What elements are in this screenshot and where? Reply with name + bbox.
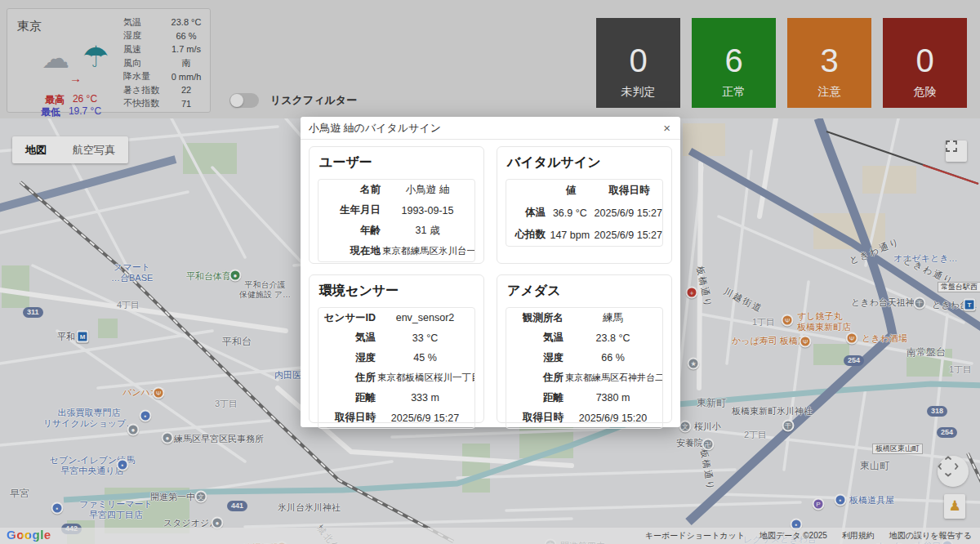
tobu-station-icon[interactable]: T [964, 299, 976, 311]
map-label-poi: 桜川小 [694, 421, 721, 432]
map-type-map-button[interactable]: 地図 [12, 143, 60, 158]
school-marker[interactable]: 文 [679, 421, 692, 433]
status-card-danger[interactable]: 0 危険 [883, 18, 967, 108]
weather-city: 東京 [17, 19, 42, 34]
umbrella-icon: ☂ [82, 40, 109, 74]
map-label-box: 常盤台駅西 [938, 282, 980, 292]
risk-filter-toggle[interactable] [229, 93, 259, 108]
terms-link[interactable]: 利用規約 [842, 530, 875, 542]
close-icon[interactable]: × [662, 121, 672, 135]
map-label-area: 南常盤台 [906, 346, 946, 358]
pegman-streetview[interactable]: ♟ [944, 494, 965, 519]
dialog-header: 小鳥遊 紬のバイタルサイン × [301, 117, 680, 140]
fullscreen-button[interactable] [946, 140, 967, 162]
route-shield: 254 [844, 355, 864, 366]
weather-row: 風向南 [123, 56, 207, 70]
park-marker[interactable]: ● [229, 270, 242, 282]
map-label-area: 東新町 [697, 397, 726, 408]
hospital-marker[interactable]: ＋ [686, 287, 698, 299]
office-marker[interactable]: ● [162, 432, 174, 444]
map-label-poi: 氷川台氷川神社 [278, 502, 341, 513]
temple-marker[interactable]: 卍 [702, 439, 715, 451]
table-header-row: 値 取得日時 [506, 180, 662, 202]
restaurant-marker[interactable]: Ψ [782, 314, 794, 327]
map-label-area: 早宮 [10, 488, 29, 499]
cloud-icon: ☁ [42, 42, 69, 74]
parking-marker[interactable]: P [813, 498, 825, 511]
report-error-link[interactable]: 地図の誤りを報告する [889, 530, 972, 542]
table-row: 年齢31 歳 [318, 221, 474, 241]
table-row: 気温33 °C [318, 328, 474, 349]
keyboard-shortcuts-link[interactable]: キーボードショートカット [645, 530, 745, 542]
table-row: 住所東京都板橋区桜川一丁目 [318, 368, 474, 389]
poi-marker[interactable]: ★ [688, 358, 700, 370]
status-card-caution[interactable]: 3 注意 [787, 18, 871, 108]
shop-marker[interactable]: ▪ [140, 410, 152, 422]
map-data-label: 地図データ ©2025 [760, 530, 827, 542]
map-label-poi: 練馬区早宮区民事務所 [174, 434, 264, 444]
map-label-poi: セブン-イレブン練馬 早宮中央通り店 [39, 455, 145, 476]
map-label-poi: 平和台介護 保健施設 ア… [239, 280, 291, 300]
route-shield: 311 [23, 307, 43, 318]
status-card-unjudged[interactable]: 0 未判定 [596, 18, 680, 108]
shop-marker[interactable]: ▪ [835, 494, 847, 506]
status-card-normal[interactable]: 6 正常 [692, 18, 776, 108]
status-label: 正常 [723, 85, 746, 100]
status-count: 0 [629, 44, 647, 77]
map-label-poi: 板橋東新町氷川神社 [732, 406, 813, 417]
restaurant-marker[interactable]: Ψ [846, 332, 858, 345]
map-label-poi: 開進第一中 [150, 492, 195, 502]
table-row: 湿度66 % [506, 348, 662, 368]
shop-marker[interactable]: ▪ [117, 459, 129, 471]
map-label-poi: すし銚子丸 板橋東新町店 [797, 311, 851, 332]
status-cards: 0 未判定 6 正常 3 注意 0 危険 [596, 18, 967, 108]
map-label-poi: 板橋道具屋 [849, 495, 894, 506]
low-temp-value: 19.7 °C [69, 105, 101, 119]
vital-sign-card: バイタルサイン 値 取得日時 体温 36.9 °C 2025/6/9 15:27… [497, 146, 672, 264]
shop-marker[interactable]: ▪ [51, 502, 64, 515]
table-row: センサーIDenv_sensor2 [318, 308, 474, 328]
map-type-satellite-button[interactable]: 航空写真 [60, 143, 128, 158]
table-row: 取得日時2025/6/9 15:27 [318, 408, 474, 429]
weather-panel: 東京 ☁ → ☂ 最高26 °C 最低19.7 °C 気温23.8 °C 湿度6… [7, 8, 211, 113]
restaurant-marker[interactable]: Ψ [800, 336, 812, 348]
table-row: 取得日時2025/6/9 15:20 [506, 408, 662, 429]
map-label-poi: 安養院 [676, 438, 703, 448]
weather-row: 風速1.7 m/s [123, 42, 207, 56]
table-row: 現在地東京都練馬区氷川台一丁目 [318, 241, 474, 261]
map-label-block: 4丁目 [117, 300, 140, 310]
status-label: 未判定 [621, 85, 656, 100]
then-arrow-icon: → [69, 71, 82, 85]
metro-station-icon[interactable]: M [77, 331, 89, 343]
table-row: 湿度45 % [318, 348, 474, 368]
table-row: 距離333 m [318, 388, 474, 408]
map-type-control: 地図 航空写真 [12, 136, 128, 163]
map-label-area: 平和台 [222, 336, 252, 347]
restaurant-marker[interactable]: Ψ [153, 387, 165, 399]
shrine-marker[interactable]: 干 [782, 420, 795, 432]
map-label-poi: ときわ酒場 [862, 333, 907, 344]
map-label-poi: スマート …台BASE [111, 262, 153, 283]
pan-control[interactable] [938, 456, 969, 487]
toggle-knob [230, 94, 243, 107]
status-count: 3 [820, 44, 838, 77]
map-label-block: 2丁目 [744, 430, 767, 440]
map-label-poi: 出張買取専門店 リサイクルショップ… [39, 408, 139, 429]
school-marker[interactable]: 文 [195, 491, 207, 503]
table-row: 名前小鳥遊 紬 [318, 180, 474, 200]
table-row: 住所東京都練馬区石神井台二丁目 [506, 368, 662, 389]
vital-card-heading: バイタルサイン [507, 154, 663, 172]
map-label-area: 東山町 [860, 460, 889, 471]
table-row: 心拍数 147 bpm 2025/6/9 15:27 [506, 224, 662, 246]
table-row: 生年月日1993-09-15 [318, 200, 474, 221]
top-bar: 東京 ☁ → ☂ 最高26 °C 最低19.7 °C 気温23.8 °C 湿度6… [0, 0, 980, 118]
user-card: ユーザー 名前小鳥遊 紬 生年月日1993-09-15 年齢31 歳 現在地東京… [309, 146, 484, 264]
table-row: 観測所名練馬 [506, 308, 662, 328]
table-row: 体温 36.9 °C 2025/6/9 15:27 [506, 202, 662, 224]
google-logo: Google [7, 528, 51, 542]
shrine-marker[interactable]: 干 [914, 297, 926, 310]
poi-marker[interactable]: ● [127, 424, 140, 436]
route-shield: 254 [937, 427, 957, 438]
env-sensor-card: 環境センサー センサーIDenv_sensor2 気温33 °C 湿度45 % … [309, 274, 484, 423]
map-label-poi: ときわ台天祖神社 [851, 297, 924, 308]
